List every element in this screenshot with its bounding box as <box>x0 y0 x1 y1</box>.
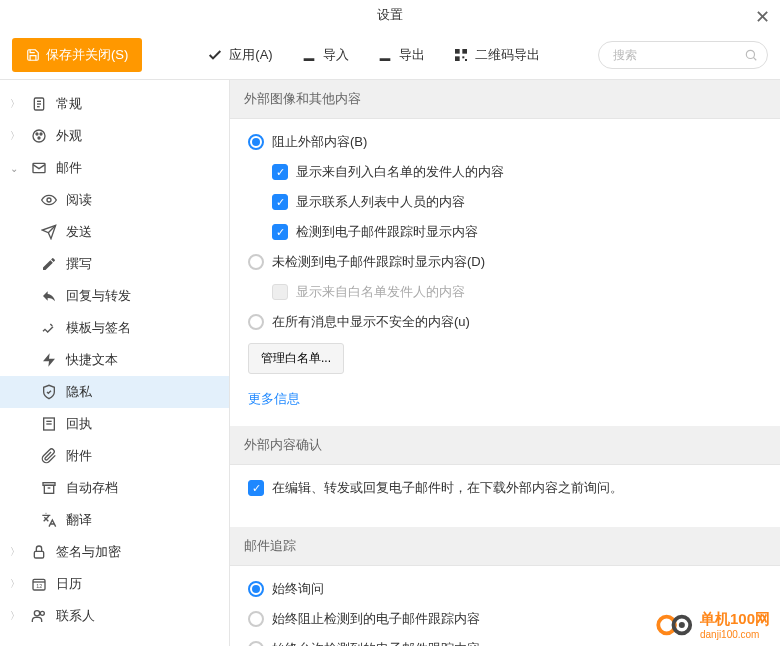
chevron-down-icon: ⌄ <box>10 163 22 174</box>
import-button[interactable]: 导入 <box>301 46 349 64</box>
radio-no-tracking[interactable]: 未检测到电子邮件跟踪时显示内容(D) <box>248 253 762 271</box>
checkbox-icon <box>272 164 288 180</box>
chevron-right-icon: 〉 <box>10 545 22 559</box>
watermark-url: danji100.com <box>700 629 770 640</box>
chevron-right-icon: 〉 <box>10 577 22 591</box>
svg-point-30 <box>34 611 39 616</box>
apply-button[interactable]: 应用(A) <box>207 46 272 64</box>
sidebar-item-contacts[interactable]: 〉 联系人 <box>0 600 229 632</box>
svg-rect-24 <box>44 485 53 493</box>
archive-icon <box>40 480 58 496</box>
search-input[interactable] <box>598 41 768 69</box>
checkbox-icon <box>272 194 288 210</box>
svg-point-11 <box>33 130 45 142</box>
sidebar-item-send[interactable]: 发送 <box>0 216 229 248</box>
svg-text:12: 12 <box>36 583 42 589</box>
sidebar-item-autosave[interactable]: 自动存档 <box>0 472 229 504</box>
check-whitelist-disabled: 显示来自白名单发件人的内容 <box>272 283 762 301</box>
palette-icon <box>30 128 48 144</box>
sidebar-item-privacy[interactable]: 隐私 <box>0 376 229 408</box>
radio-icon <box>248 134 264 150</box>
sidebar: 〉 常规 〉 外观 ⌄ 邮件 阅读 发送 撰写 回复与转发 模板与签名 快捷文本… <box>0 80 230 646</box>
svg-rect-2 <box>455 56 460 61</box>
close-icon[interactable]: ✕ <box>755 6 770 28</box>
radio-show-unsafe[interactable]: 在所有消息中显示不安全的内容(u) <box>248 313 762 331</box>
lock-icon <box>30 544 48 560</box>
sidebar-item-compose[interactable]: 撰写 <box>0 248 229 280</box>
check-contacts[interactable]: 显示联系人列表中人员的内容 <box>272 193 762 211</box>
checkbox-icon <box>248 480 264 496</box>
svg-rect-4 <box>465 59 467 61</box>
radio-icon <box>248 581 264 597</box>
radio-always-ask[interactable]: 始终询问 <box>248 580 762 598</box>
paperclip-icon <box>40 448 58 464</box>
manage-whitelist-button[interactable]: 管理白名单... <box>248 343 344 374</box>
check-whitelist-senders[interactable]: 显示来自列入白名单的发件人的内容 <box>272 163 762 181</box>
section-tracking-header: 邮件追踪 <box>230 527 780 566</box>
radio-always-allow[interactable]: 始终允许检测到的电子邮件跟踪内容 <box>248 640 762 646</box>
radio-icon <box>248 611 264 627</box>
svg-rect-0 <box>455 49 460 54</box>
chevron-right-icon: 〉 <box>10 129 22 143</box>
sidebar-item-sign[interactable]: 〉 签名与加密 <box>0 536 229 568</box>
contacts-icon <box>30 608 48 624</box>
logo-icon <box>656 611 694 639</box>
sidebar-item-templates[interactable]: 模板与签名 <box>0 312 229 344</box>
svg-point-34 <box>679 622 685 628</box>
send-icon <box>40 224 58 240</box>
bolt-icon <box>40 352 58 368</box>
import-icon <box>301 47 317 63</box>
watermark: 单机100网 danji100.com <box>656 610 770 640</box>
svg-point-12 <box>36 133 38 135</box>
svg-rect-1 <box>462 49 467 54</box>
titlebar: 设置 ✕ <box>0 0 780 30</box>
search-box <box>598 41 768 69</box>
svg-rect-26 <box>34 551 43 558</box>
svg-point-5 <box>746 50 754 58</box>
check-confirm-download[interactable]: 在编辑、转发或回复电子邮件时，在下载外部内容之前询问。 <box>248 479 762 497</box>
eye-icon <box>40 192 58 208</box>
reply-icon <box>40 288 58 304</box>
sidebar-item-appearance[interactable]: 〉 外观 <box>0 120 229 152</box>
radio-icon <box>248 641 264 646</box>
content-panel: 外部图像和其他内容 阻止外部内容(B) 显示来自列入白名单的发件人的内容 显示联… <box>230 80 780 646</box>
search-icon <box>744 48 758 62</box>
more-info-link[interactable]: 更多信息 <box>248 390 300 408</box>
svg-rect-3 <box>462 56 464 58</box>
radio-block-external[interactable]: 阻止外部内容(B) <box>248 133 762 151</box>
sidebar-item-mail[interactable]: ⌄ 邮件 <box>0 152 229 184</box>
qr-icon <box>453 47 469 63</box>
sidebar-item-reply[interactable]: 回复与转发 <box>0 280 229 312</box>
chevron-right-icon: 〉 <box>10 97 22 111</box>
sidebar-item-read[interactable]: 阅读 <box>0 184 229 216</box>
export-icon <box>377 47 393 63</box>
pencil-icon <box>40 256 58 272</box>
sidebar-item-attachments[interactable]: 附件 <box>0 440 229 472</box>
svg-point-31 <box>40 611 44 615</box>
calendar-icon: 12 <box>30 576 48 592</box>
chevron-right-icon: 〉 <box>10 609 22 623</box>
save-close-button[interactable]: 保存并关闭(S) <box>12 38 142 72</box>
sidebar-item-receipts[interactable]: 回执 <box>0 408 229 440</box>
checkbox-icon <box>272 224 288 240</box>
qr-export-button[interactable]: 二维码导出 <box>453 46 540 64</box>
clipboard-icon <box>30 96 48 112</box>
translate-icon <box>40 512 58 528</box>
svg-point-16 <box>47 198 51 202</box>
export-button[interactable]: 导出 <box>377 46 425 64</box>
section-confirm-header: 外部内容确认 <box>230 426 780 465</box>
signature-icon <box>40 320 58 336</box>
watermark-name: 单机100网 <box>700 610 770 629</box>
svg-point-13 <box>40 133 42 135</box>
svg-marker-19 <box>43 353 55 366</box>
svg-line-6 <box>753 57 756 60</box>
mail-icon <box>30 160 48 176</box>
sidebar-item-translate[interactable]: 翻译 <box>0 504 229 536</box>
check-tracking-detected[interactable]: 检测到电子邮件跟踪时显示内容 <box>272 223 762 241</box>
save-icon <box>26 48 40 62</box>
sidebar-item-general[interactable]: 〉 常规 <box>0 88 229 120</box>
sidebar-item-calendar[interactable]: 〉 12 日历 <box>0 568 229 600</box>
receipt-icon <box>40 416 58 432</box>
toolbar: 保存并关闭(S) 应用(A) 导入 导出 二维码导出 <box>0 30 780 80</box>
sidebar-item-quicktext[interactable]: 快捷文本 <box>0 344 229 376</box>
